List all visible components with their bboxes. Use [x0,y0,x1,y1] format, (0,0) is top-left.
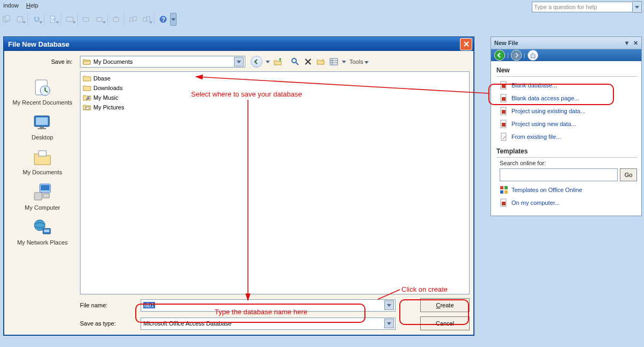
create-button[interactable]: Create [420,298,470,312]
svg-rect-28 [41,185,49,190]
main-toolbar: W ? [0,12,644,30]
save-as-type-combo[interactable]: Microsoft Office Access Database [141,318,396,330]
home-icon[interactable] [528,50,538,61]
toolbar-btn [93,13,106,25]
save-in-value: My Documents [93,58,133,65]
svg-point-34 [86,99,87,100]
up-one-level-icon[interactable] [273,57,283,67]
svg-point-37 [86,107,87,108]
tools-menu[interactable]: Tools [349,58,369,65]
task-pane-nav: | | [491,49,641,61]
chevron-down-icon[interactable] [342,61,346,63]
forward-icon [511,50,522,61]
search-online-label: Search online for: [496,160,637,166]
svg-rect-5 [67,17,73,21]
search-icon[interactable] [290,57,300,67]
toolbar-btn [140,13,153,25]
svg-rect-47 [500,186,503,189]
chevron-down-icon[interactable] [234,57,244,67]
my-documents-icon [31,146,54,168]
link-blank-data-access-page[interactable]: Blank data access page... [496,92,637,105]
toolbar-btn [0,13,13,25]
templates-search-input[interactable] [500,168,618,181]
svg-rect-10 [133,17,136,20]
svg-rect-50 [504,190,508,194]
delete-icon[interactable] [303,57,313,67]
chevron-down-icon[interactable] [384,300,394,310]
link-blank-database[interactable]: Blank database... [496,79,637,92]
cancel-button[interactable]: Cancel [420,316,470,330]
svg-rect-7 [97,18,102,21]
pictures-folder-icon [83,104,91,111]
svg-rect-49 [500,190,503,194]
folder-icon [83,75,91,82]
place-my-computer[interactable]: My Computer [8,180,77,215]
chevron-down-icon[interactable] [384,319,394,328]
svg-point-15 [292,58,296,63]
chevron-down-icon[interactable] [266,61,270,63]
svg-rect-25 [38,128,46,129]
chevron-down-icon[interactable]: ▼ [623,39,631,47]
file-list[interactable]: Dbase Downloads My Music My Pictures [80,71,470,294]
save-as-type-label: Save as type: [80,320,136,327]
svg-rect-52 [502,202,506,205]
toolbar-help-icon[interactable]: ? [157,13,170,25]
close-icon[interactable]: ✕ [632,39,639,47]
link-on-my-computer[interactable]: On my computer... [496,196,637,209]
list-item[interactable]: My Pictures [83,102,467,112]
access-file-icon [500,81,508,90]
help-search-dropdown[interactable] [633,1,642,13]
toolbar-btn [127,13,140,25]
dialog-titlebar: File New Database [4,37,474,51]
back-icon[interactable] [494,50,505,61]
svg-rect-16 [330,58,338,65]
link-from-existing-file[interactable]: From existing file... [496,130,637,143]
menu-item-window[interactable]: indow [3,2,19,9]
svg-rect-11 [143,18,147,21]
link-templates-office-online[interactable]: Templates on Office Online [496,183,637,196]
task-pane-title: New File [494,40,518,46]
svg-rect-1 [5,16,10,21]
go-button[interactable]: Go [620,168,637,181]
save-in-label: Save in: [8,54,77,69]
new-file-task-pane: New File ▼ ✕ | | New Blank database... B… [491,36,642,216]
new-folder-icon[interactable] [316,57,326,67]
svg-rect-33 [44,230,49,232]
svg-rect-8 [113,18,119,21]
network-places-icon [31,217,54,238]
list-item[interactable]: My Music [83,93,467,102]
svg-rect-26 [39,151,46,156]
save-in-combo[interactable]: My Documents [80,56,245,68]
music-folder-icon [83,94,91,101]
svg-rect-24 [40,127,44,128]
svg-rect-2 [17,17,23,22]
link-project-existing-data[interactable]: Project using existing data... [496,105,637,117]
place-my-recent-documents[interactable]: My Recent Documents [8,75,77,109]
svg-rect-48 [504,186,508,189]
file-name-input[interactable]: db1 [141,299,396,312]
place-my-documents[interactable]: My Documents [8,144,77,179]
svg-rect-39 [502,84,506,88]
access-file-icon [500,107,508,115]
list-item[interactable]: Dbase [83,73,467,83]
menu-item-help[interactable]: Help [26,2,39,9]
svg-rect-6 [83,18,89,21]
folder-open-icon [83,58,91,65]
access-file-icon [500,94,508,102]
views-icon[interactable] [329,57,339,67]
list-item[interactable]: Downloads [83,83,467,93]
svg-rect-45 [502,123,506,127]
link-project-new-data[interactable]: Project using new data... [496,117,637,130]
help-search-input[interactable] [532,2,633,12]
toolbar-overflow[interactable] [170,13,177,26]
recent-documents-icon [31,77,54,98]
svg-rect-36 [85,107,89,109]
my-computer-icon [31,182,54,203]
back-icon[interactable] [251,56,262,68]
desktop-icon [31,112,54,133]
place-my-network-places[interactable]: My Network Places [8,215,77,249]
place-desktop[interactable]: Desktop [8,109,77,144]
toolbar-btn [110,13,123,25]
svg-rect-29 [34,193,42,200]
close-icon[interactable] [460,38,472,50]
